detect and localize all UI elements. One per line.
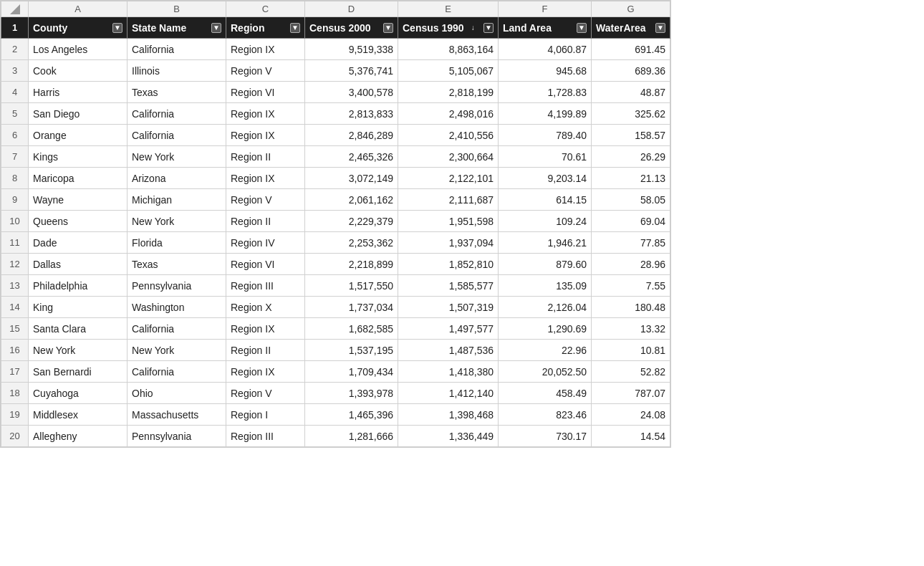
cell-landarea-5[interactable]: 4,199.89	[499, 103, 592, 125]
cell-landarea-20[interactable]: 730.17	[499, 426, 592, 447]
cell-county-9[interactable]: Wayne	[29, 189, 127, 211]
cell-county-20[interactable]: Allegheny	[29, 426, 127, 447]
cell-waterarea-18[interactable]: 787.07	[592, 383, 670, 404]
cell-county-4[interactable]: Harris	[29, 82, 127, 103]
cell-waterarea-7[interactable]: 26.29	[592, 146, 670, 168]
cell-waterarea-13[interactable]: 7.55	[592, 275, 670, 297]
cell-census2000-4[interactable]: 3,400,578	[305, 82, 398, 103]
cell-landarea-15[interactable]: 1,290.69	[499, 318, 592, 340]
cell-state-5[interactable]: California	[127, 103, 226, 125]
header-census2000[interactable]: Census 2000 ▼	[305, 17, 398, 39]
cell-census1990-14[interactable]: 1,507,319	[398, 297, 499, 318]
cell-census1990-15[interactable]: 1,497,577	[398, 318, 499, 340]
cell-census2000-5[interactable]: 2,813,833	[305, 103, 398, 125]
cell-waterarea-10[interactable]: 69.04	[592, 211, 670, 232]
cell-region-4[interactable]: Region VI	[226, 82, 305, 103]
cell-county-11[interactable]: Dade	[29, 232, 127, 254]
cell-state-3[interactable]: Illinois	[127, 60, 226, 82]
cell-census2000-16[interactable]: 1,537,195	[305, 340, 398, 361]
cell-waterarea-6[interactable]: 158.57	[592, 125, 670, 146]
cell-waterarea-12[interactable]: 28.96	[592, 254, 670, 275]
cell-landarea-16[interactable]: 22.96	[499, 340, 592, 361]
cell-county-18[interactable]: Cuyahoga	[29, 383, 127, 404]
cell-region-19[interactable]: Region I	[226, 404, 305, 426]
col-header-a[interactable]: A	[29, 1, 127, 17]
cell-waterarea-9[interactable]: 58.05	[592, 189, 670, 211]
cell-county-15[interactable]: Santa Clara	[29, 318, 127, 340]
cell-census1990-17[interactable]: 1,418,380	[398, 361, 499, 383]
cell-census1990-20[interactable]: 1,336,449	[398, 426, 499, 447]
cell-region-7[interactable]: Region II	[226, 146, 305, 168]
cell-waterarea-15[interactable]: 13.32	[592, 318, 670, 340]
cell-state-8[interactable]: Arizona	[127, 168, 226, 189]
cell-county-6[interactable]: Orange	[29, 125, 127, 146]
filter-region-icon[interactable]: ▼	[290, 23, 300, 33]
col-header-b[interactable]: B	[127, 1, 226, 17]
cell-census2000-17[interactable]: 1,709,434	[305, 361, 398, 383]
filter-state-icon[interactable]: ▼	[211, 23, 221, 33]
cell-region-6[interactable]: Region IX	[226, 125, 305, 146]
cell-census2000-9[interactable]: 2,061,162	[305, 189, 398, 211]
cell-region-13[interactable]: Region III	[226, 275, 305, 297]
cell-region-17[interactable]: Region IX	[226, 361, 305, 383]
col-header-f[interactable]: F	[499, 1, 592, 17]
cell-waterarea-2[interactable]: 691.45	[592, 39, 670, 60]
cell-county-19[interactable]: Middlesex	[29, 404, 127, 426]
filter-census2000-icon[interactable]: ▼	[383, 23, 393, 33]
header-state[interactable]: State Name ▼	[127, 17, 226, 39]
cell-waterarea-17[interactable]: 52.82	[592, 361, 670, 383]
cell-state-20[interactable]: Pennsylvania	[127, 426, 226, 447]
cell-state-10[interactable]: New York	[127, 211, 226, 232]
cell-landarea-13[interactable]: 135.09	[499, 275, 592, 297]
cell-county-16[interactable]: New York	[29, 340, 127, 361]
cell-landarea-2[interactable]: 4,060.87	[499, 39, 592, 60]
cell-census2000-14[interactable]: 1,737,034	[305, 297, 398, 318]
cell-census1990-5[interactable]: 2,498,016	[398, 103, 499, 125]
cell-county-8[interactable]: Maricopa	[29, 168, 127, 189]
cell-census1990-12[interactable]: 1,852,810	[398, 254, 499, 275]
cell-state-15[interactable]: California	[127, 318, 226, 340]
header-region[interactable]: Region ▼	[226, 17, 305, 39]
cell-waterarea-5[interactable]: 325.62	[592, 103, 670, 125]
header-census1990[interactable]: Census 1990 ↓ ▼	[398, 17, 499, 39]
cell-region-12[interactable]: Region VI	[226, 254, 305, 275]
cell-landarea-9[interactable]: 614.15	[499, 189, 592, 211]
cell-census2000-2[interactable]: 9,519,338	[305, 39, 398, 60]
cell-state-14[interactable]: Washington	[127, 297, 226, 318]
cell-census2000-8[interactable]: 3,072,149	[305, 168, 398, 189]
cell-region-10[interactable]: Region II	[226, 211, 305, 232]
cell-region-16[interactable]: Region II	[226, 340, 305, 361]
filter-landarea-icon[interactable]: ▼	[577, 23, 587, 33]
cell-census1990-2[interactable]: 8,863,164	[398, 39, 499, 60]
cell-waterarea-11[interactable]: 77.85	[592, 232, 670, 254]
cell-landarea-7[interactable]: 70.61	[499, 146, 592, 168]
cell-waterarea-3[interactable]: 689.36	[592, 60, 670, 82]
cell-waterarea-20[interactable]: 14.54	[592, 426, 670, 447]
col-header-e[interactable]: E	[398, 1, 499, 17]
cell-census2000-13[interactable]: 1,517,550	[305, 275, 398, 297]
cell-census2000-15[interactable]: 1,682,585	[305, 318, 398, 340]
cell-state-13[interactable]: Pennsylvania	[127, 275, 226, 297]
col-header-c[interactable]: C	[226, 1, 305, 17]
cell-region-8[interactable]: Region IX	[226, 168, 305, 189]
cell-county-12[interactable]: Dallas	[29, 254, 127, 275]
cell-county-13[interactable]: Philadelphia	[29, 275, 127, 297]
cell-state-19[interactable]: Massachusetts	[127, 404, 226, 426]
cell-landarea-17[interactable]: 20,052.50	[499, 361, 592, 383]
cell-county-14[interactable]: King	[29, 297, 127, 318]
cell-region-2[interactable]: Region IX	[226, 39, 305, 60]
cell-census2000-18[interactable]: 1,393,978	[305, 383, 398, 404]
cell-state-7[interactable]: New York	[127, 146, 226, 168]
cell-census1990-19[interactable]: 1,398,468	[398, 404, 499, 426]
cell-landarea-11[interactable]: 1,946.21	[499, 232, 592, 254]
cell-state-16[interactable]: New York	[127, 340, 226, 361]
cell-census1990-3[interactable]: 5,105,067	[398, 60, 499, 82]
header-landarea[interactable]: Land Area ▼	[499, 17, 592, 39]
cell-landarea-18[interactable]: 458.49	[499, 383, 592, 404]
cell-state-12[interactable]: Texas	[127, 254, 226, 275]
cell-landarea-19[interactable]: 823.46	[499, 404, 592, 426]
cell-census1990-18[interactable]: 1,412,140	[398, 383, 499, 404]
cell-county-17[interactable]: San Bernardi	[29, 361, 127, 383]
cell-census1990-13[interactable]: 1,585,577	[398, 275, 499, 297]
cell-census2000-7[interactable]: 2,465,326	[305, 146, 398, 168]
